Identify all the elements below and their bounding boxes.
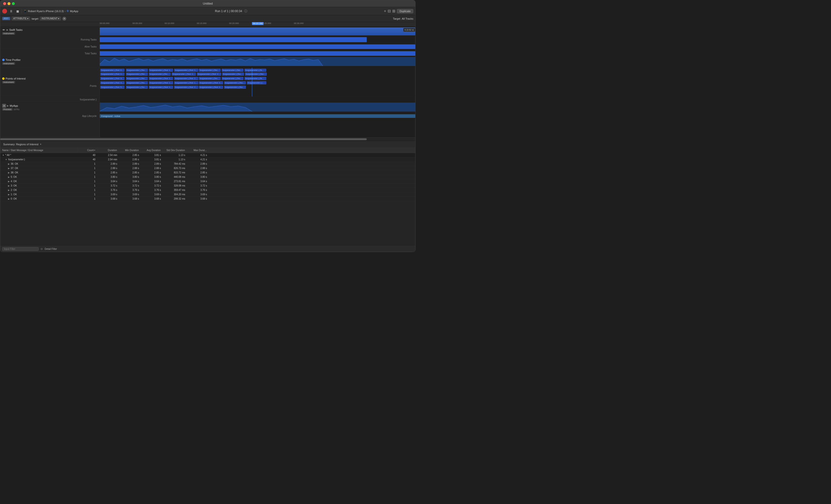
poi-label-4[interactable]: foo(parameter:) {Test: 27:...: [199, 69, 221, 72]
td-std-5: 440.08 ms: [163, 175, 187, 179]
th-duration[interactable]: Duration: [97, 148, 119, 153]
poi-label-23[interactable]: foo(parameter:) {Test: 12: OK...: [149, 81, 173, 84]
table-row[interactable]: ▶ 2: OK 1 3.76 s 3.76 s 3.76 s 359.47 ms…: [0, 188, 415, 192]
poi-label-28[interactable]: foo(parameter:) {Test: 5:...: [100, 86, 124, 89]
th-min-duration[interactable]: Min Duration: [119, 148, 141, 153]
poi-label-0[interactable]: foo(parameter:) {Test: 0:...: [100, 69, 124, 72]
expand-arrow-3[interactable]: ▶: [8, 167, 10, 170]
td-count-5: 1: [78, 175, 97, 179]
add-button[interactable]: +: [384, 9, 386, 13]
expand-arrow-4[interactable]: ▶: [8, 172, 10, 174]
swift-tasks-expand[interactable]: ▶: [6, 29, 8, 31]
expand-arrow-9[interactable]: ▶: [8, 193, 10, 196]
summary-dropdown-icon[interactable]: ▾: [40, 143, 41, 146]
poi-label-20[interactable]: foo(parameter:) {Te...: [245, 77, 266, 80]
filter-circle-icon: ⊙: [40, 247, 43, 250]
poi-label-12[interactable]: foo(parameter:) {Test: 25: O...: [222, 72, 244, 76]
expand-arrow-5[interactable]: ▶: [8, 176, 10, 178]
expand-arrow-7[interactable]: ▶: [8, 184, 10, 187]
table-row[interactable]: ▶ 36: OK 1 2.89 s 2.89 s 2.89 s 784.42 m…: [0, 162, 415, 166]
poi-label-13[interactable]: foo(parameter:) {Test: 33:...: [245, 72, 267, 76]
th-std-dev[interactable]: Std Dev Duration: [163, 148, 187, 153]
poi-label-2[interactable]: foo(parameter:) {Test: 13: OK...: [149, 69, 173, 72]
poi-label-16[interactable]: foo(parameter:) {Test: 14: OK...: [149, 77, 173, 80]
swift-tasks-header-top: ◀▶ ▶ Swift Tasks: [2, 28, 97, 31]
split-button[interactable]: ⊟: [388, 9, 391, 13]
record-button[interactable]: [2, 9, 7, 13]
expand-arrow-0[interactable]: ▼: [2, 154, 4, 156]
summary-title: Summary: Regions of Interest: [3, 143, 38, 146]
poi-label-32[interactable]: foo(parameter:) {Test: 28: O...: [199, 86, 223, 89]
poi-label-3[interactable]: foo(parameter:) {Test: 19: O...: [174, 69, 198, 72]
table-row[interactable]: ▶ 37: OK 1 2.88 s 2.88 s 2.88 s 826.73 m…: [0, 166, 415, 171]
td-duration-6: 3.64 s: [97, 179, 119, 183]
poi-label-25[interactable]: foo(parameter:) {Test: 24: O...: [199, 81, 223, 84]
table-row[interactable]: ▼ foo(parameter:) 40 2.54 min 2.85 s 3.8…: [0, 157, 415, 162]
poi-label-1[interactable]: foo(parameter:) {Test: 7:...: [126, 69, 148, 72]
instrument-dropdown[interactable]: INSTRUMENT ▾: [40, 17, 61, 20]
poi-label-18[interactable]: foo(parameter:) {Test: 26: O...: [199, 77, 221, 80]
close-button[interactable]: [3, 2, 6, 5]
poi-label-9[interactable]: foo(parameter:) {Test: 10:...: [149, 72, 171, 76]
poi-label-31[interactable]: foo(parameter:) {Test: 23:...: [174, 86, 198, 89]
filter-clear-button[interactable]: ✕: [62, 17, 66, 21]
table-row[interactable]: ▶ 4: OK 1 3.64 s 3.64 s 3.64 s 273.81 ms…: [0, 179, 415, 184]
table-row[interactable]: ▶ 0: OK 1 3.68 s 3.68 s 3.68 s 299.32 ms…: [0, 197, 415, 201]
expand-arrow-8[interactable]: ▶: [8, 189, 10, 191]
poi-label-21[interactable]: foo(parameter:) {Test: 4:...: [100, 81, 124, 84]
duplicate-button[interactable]: Duplicate: [397, 9, 413, 13]
all-tracks-button[interactable]: All Tracks: [402, 17, 413, 20]
td-max-6: 3.64 s: [187, 179, 209, 183]
poi-label-6[interactable]: foo(parameter:) {Te...: [245, 69, 266, 72]
pause-button[interactable]: ⏸: [8, 9, 14, 13]
poi-label-26[interactable]: foo(parameter:) {Test: 30:...: [224, 81, 246, 84]
detail-filter-label[interactable]: Detail Filter: [45, 248, 57, 250]
alive-tasks-header: Alive Tasks: [0, 43, 100, 50]
poi-label-7[interactable]: foo(parameter:) {Test: 1:...: [100, 72, 124, 76]
expand-arrow-10[interactable]: ▶: [8, 198, 10, 200]
poi-label-11[interactable]: foo(parameter:) {Test: 21: O...: [197, 72, 221, 76]
td-name-2: ▶ 36: OK: [0, 162, 78, 166]
minimize-button[interactable]: [7, 2, 10, 5]
expand-arrow-1[interactable]: ▼: [5, 158, 7, 161]
th-name[interactable]: Name / Start Message / End Message: [0, 148, 78, 153]
poi-label-15[interactable]: foo(parameter:) {Test: 9:...: [126, 77, 148, 80]
poi-label-5[interactable]: foo(parameter:) {Test: 31:...: [222, 69, 243, 72]
th-max-duration[interactable]: Max Durat...: [187, 148, 209, 153]
info-button[interactable]: ⓘ: [244, 9, 247, 13]
scroll-thumb[interactable]: [0, 138, 367, 140]
poi-label-19[interactable]: foo(parameter:) {Test: 32:...: [222, 77, 243, 80]
any-filter-tag[interactable]: ANY: [2, 17, 10, 20]
horizontal-scrollbar[interactable]: [0, 137, 415, 141]
table-row[interactable]: ▶ 38: OK 1 2.85 s 2.85 s 2.85 s 815.72 m…: [0, 171, 415, 175]
expand-arrow-2[interactable]: ▶: [8, 163, 10, 165]
table-row[interactable]: ▼ * All * 40 2.54 min 2.85 s 3.81 s 1.13…: [0, 153, 415, 157]
maximize-button[interactable]: [12, 2, 15, 5]
grid-button[interactable]: ⊞: [392, 9, 395, 13]
run-info: Run 1 of 1 | 00:00:34: [215, 9, 242, 13]
table-row[interactable]: ▶ 3: OK 1 3.72 s 3.72 s 3.72 s 328.08 ms…: [0, 184, 415, 188]
attribute-dropdown[interactable]: ATTRIBUTE ▾: [12, 17, 30, 20]
td-min-4: 2.85 s: [119, 171, 141, 175]
table-row[interactable]: ▶ 1: OK 1 3.69 s 3.69 s 3.69 s 304.20 ms…: [0, 192, 415, 197]
poi-label-27[interactable]: foo(parameter:) {Te...: [247, 81, 266, 84]
poi-label-8[interactable]: foo(parameter:) {Test: 8:...: [126, 72, 148, 76]
poi-label-17[interactable]: foo(parameter:) {Test: 20: O...: [174, 77, 198, 80]
poi-label-22[interactable]: foo(parameter:) {Test: 6:...: [126, 81, 148, 84]
myapp-expand[interactable]: ▶: [7, 105, 9, 107]
poi-label-14[interactable]: foo(parameter:) {Test: 3:...: [100, 77, 124, 80]
td-duration-7: 3.72 s: [97, 184, 119, 188]
th-count[interactable]: Count ▾: [78, 148, 97, 153]
app-lifecycle-viz: Foreground - Active: [100, 113, 415, 119]
table-row[interactable]: ▶ 5: OK 1 3.80 s 3.80 s 3.80 s 440.08 ms…: [0, 175, 415, 179]
poi-label-10[interactable]: foo(parameter:) {Test: 15: OK...: [172, 72, 196, 76]
target-button[interactable]: Target: [393, 17, 400, 20]
poi-label-29[interactable]: foo(parameter:) {Test: 11:...: [126, 86, 148, 89]
poi-label-30[interactable]: foo(parameter:) {Test: 17: O...: [149, 86, 173, 89]
poi-label-33[interactable]: foo(parameter:) {Test: 35:...: [224, 86, 246, 89]
poi-label-24[interactable]: foo(parameter:) {Test: 18:...: [174, 81, 198, 84]
th-avg-duration[interactable]: Avg Duration: [141, 148, 163, 153]
restart-button[interactable]: ◼: [15, 9, 20, 13]
expand-arrow-6[interactable]: ▶: [8, 180, 10, 183]
input-filter[interactable]: [2, 247, 38, 251]
